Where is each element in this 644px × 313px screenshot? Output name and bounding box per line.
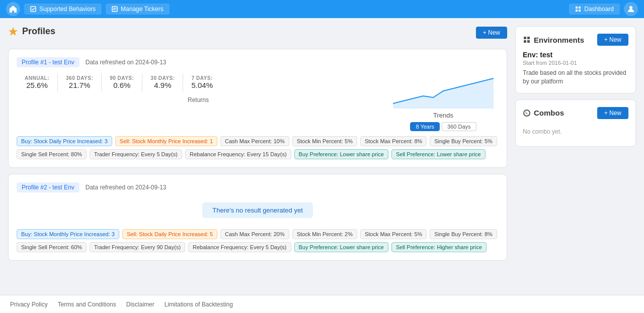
stat-label: 30 DAYS: [150, 75, 175, 81]
chart-360days-button[interactable]: 360 Days [442, 122, 476, 131]
profile-tag: Stock Max Percent: 8% [360, 136, 427, 146]
new-combo-button[interactable]: + New [597, 107, 628, 119]
profile-tag: Buy: Stock Monthly Price Increased: 3 [17, 229, 119, 239]
profile-tag: Cash Max Percent: 20% [220, 229, 289, 239]
profile-tag: Rebalance Frequency: Every 5 Day(s) [188, 242, 291, 252]
stat-label: 7 DAYS: [192, 75, 213, 81]
trends-chart [393, 73, 494, 109]
chart-buttons: 8 Years 360 Days [410, 122, 476, 131]
profile-tag: Rebalance Frequency: Every 15 Day(s) [185, 149, 291, 159]
profile-tag: Sell Preference: Lower share price [391, 149, 486, 159]
profile1-stats-row: ANNUAL:25.6%360 DAYS:21.7%90 DAYS:0.6%30… [17, 73, 380, 91]
profile2-tags-row: Buy: Stock Monthly Price Increased: 3Sel… [17, 229, 499, 252]
svg-point-9 [629, 6, 632, 9]
manage-tickers-icon [112, 6, 118, 12]
topnav-right: Dashboard [569, 2, 638, 16]
stat-col: 360 DAYS:21.7% [58, 73, 102, 91]
footer: Privacy PolicyTerms and ConditionsDiscla… [0, 295, 644, 313]
profiles-header-row: Profiles + New [8, 26, 507, 39]
stat-col: 30 DAYS:4.9% [142, 73, 183, 91]
profile-tag: Stock Max Percent: 5% [360, 229, 427, 239]
profile-tag: Single Buy Percent: 5% [430, 136, 497, 146]
profile-tag: Sell: Stock Daily Price Increased: 5 [122, 229, 217, 239]
supported-behaviors-button[interactable]: Supported Behaviors [24, 4, 102, 15]
profile-tag: Stock Min Percent: 2% [292, 229, 357, 239]
profile2-no-result: There's no result generated yet [202, 202, 313, 218]
svg-rect-8 [579, 10, 581, 12]
chart-title: Trends [433, 112, 453, 119]
env-description: Trade based on all the stocks provided b… [523, 69, 628, 86]
profile2-header: Profile #2 - test Env Data refreshed on … [17, 182, 499, 192]
profile-card-1: Profile #1 - test Env Data refreshed on … [8, 49, 507, 168]
svg-rect-7 [576, 10, 578, 12]
top-navigation: Supported Behaviors Manage Tickers Dashb… [0, 0, 644, 18]
environments-title: Environments [523, 36, 584, 44]
right-column: Environments + New Env: test Start from … [515, 26, 636, 287]
combos-header: Combos + New [523, 107, 628, 119]
svg-marker-10 [393, 78, 494, 109]
profile-tag: Single Sell Percent: 60% [17, 242, 87, 252]
no-combo-message: No combo yet. [523, 124, 628, 139]
env-name: Env: test [523, 51, 628, 59]
user-icon [627, 5, 635, 13]
profile1-label: Profile #1 - test Env [17, 57, 79, 67]
footer-link[interactable]: Privacy Policy [10, 301, 48, 308]
profile-tag: Stock Min Percent: 5% [292, 136, 357, 146]
supported-behaviors-icon [30, 6, 36, 12]
home-button[interactable] [6, 2, 20, 16]
profile1-chart: Trends 8 Years 360 Days [388, 73, 499, 131]
stat-value: 21.7% [69, 81, 91, 89]
stat-value: 25.6% [26, 81, 48, 89]
user-avatar-button[interactable] [624, 2, 638, 16]
main-layout: Profiles + New Profile #1 - test Env Dat… [0, 18, 644, 295]
footer-link[interactable]: Limitations of Backtesting [165, 301, 233, 308]
footer-link[interactable]: Terms and Conditions [58, 301, 116, 308]
profile1-tags-row: Buy: Stock Daily Price Increased: 3Sell:… [17, 136, 499, 159]
profile1-returns-label: Returns [17, 95, 380, 103]
combos-icon [523, 109, 531, 117]
profile1-header: Profile #1 - test Env Data refreshed on … [17, 57, 499, 67]
profile2-label: Profile #2 - test Env [17, 182, 79, 192]
profile-tag: Trader Frequency: Every 90 Day(s) [90, 242, 185, 252]
chart-8years-button[interactable]: 8 Years [410, 122, 440, 131]
stat-label: ANNUAL: [25, 75, 49, 81]
svg-rect-5 [576, 7, 578, 9]
manage-tickers-button[interactable]: Manage Tickers [106, 4, 170, 15]
profiles-title: Profiles [22, 26, 55, 37]
star-icon [8, 27, 18, 37]
stat-value: 5.04% [191, 81, 213, 89]
left-column: Profiles + New Profile #1 - test Env Dat… [8, 26, 507, 287]
environments-icon [523, 36, 531, 44]
combos-card: Combos + New No combo yet. [515, 99, 636, 147]
stat-col: 7 DAYS:5.04% [183, 73, 221, 91]
stat-value: 4.9% [154, 81, 171, 89]
profiles-header: Profiles [8, 26, 55, 37]
profile2-refreshed: Data refreshed on 2024-09-13 [86, 184, 167, 191]
profile-tag: Cash Max Percent: 10% [220, 136, 289, 146]
profile-tag: Sell Preference: Higher share price [391, 242, 487, 252]
stat-label: 360 DAYS: [66, 75, 93, 81]
stat-col: 90 DAYS:0.6% [102, 73, 142, 91]
profile-tag: Buy Preference: Lower share price [294, 149, 388, 159]
new-environment-button[interactable]: + New [597, 34, 628, 46]
profile-tag: Single Sell Percent: 80% [17, 149, 87, 159]
environments-card: Environments + New Env: test Start from … [515, 26, 636, 93]
dashboard-button[interactable]: Dashboard [569, 4, 620, 15]
profile-tag: Buy Preference: Lower share price [294, 242, 388, 252]
profile-tag: Buy: Stock Daily Price Increased: 3 [17, 136, 112, 146]
profile-tag: Sell: Stock Monthly Price Increased: 1 [115, 136, 217, 146]
profile-tag: Single Buy Percent: 8% [430, 229, 497, 239]
profile-card-2: Profile #2 - test Env Data refreshed on … [8, 174, 507, 261]
stat-col: ANNUAL:25.6% [17, 73, 58, 91]
svg-rect-6 [579, 7, 581, 9]
environments-header: Environments + New [523, 34, 628, 46]
stat-label: 90 DAYS: [110, 75, 134, 81]
footer-link[interactable]: Disclaimer [126, 301, 154, 308]
stat-value: 0.6% [113, 81, 130, 89]
profile-tag: Trader Frequency: Every 5 Day(s) [90, 149, 182, 159]
dashboard-icon [575, 6, 581, 12]
profile1-refreshed: Data refreshed on 2024-09-13 [86, 59, 167, 66]
env-start: Start from 2016-01-01 [523, 60, 628, 66]
new-profile-button[interactable]: + New [476, 27, 507, 39]
combos-title: Combos [523, 109, 564, 117]
